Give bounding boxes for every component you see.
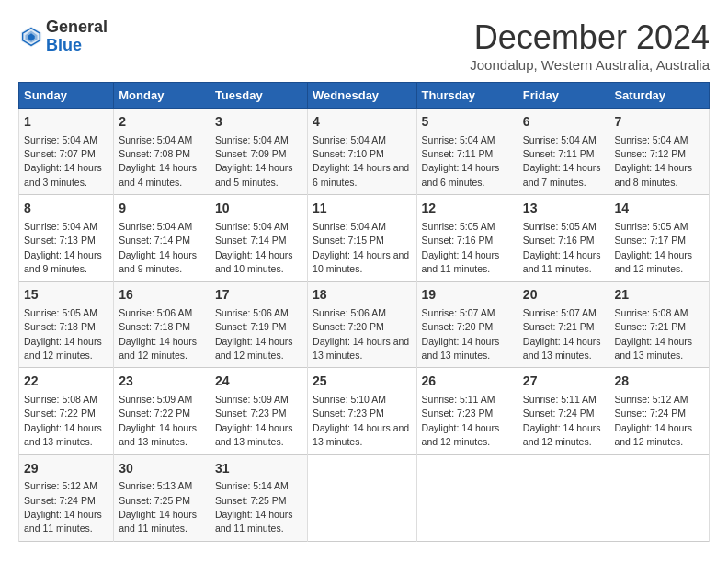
sunrise-info: Sunrise: 5:05 AM [422, 221, 495, 232]
sunset-info: Sunset: 7:24 PM [614, 408, 686, 419]
day-number: 2 [119, 113, 205, 132]
calendar-cell: 22Sunrise: 5:08 AMSunset: 7:22 PMDayligh… [19, 368, 114, 454]
sunrise-info: Sunrise: 5:04 AM [24, 221, 97, 232]
calendar-week-row: 29Sunrise: 5:12 AMSunset: 7:24 PMDayligh… [19, 454, 710, 541]
logo-name-blue: Blue [46, 36, 82, 54]
sunrise-info: Sunrise: 5:13 AM [119, 480, 192, 491]
daylight-info: Daylight: 14 hours and 12 minutes. [614, 422, 692, 447]
calendar-cell [609, 454, 710, 541]
daylight-info: Daylight: 14 hours and 13 minutes. [215, 422, 293, 447]
daylight-info: Daylight: 14 hours and 12 minutes. [119, 336, 197, 361]
calendar-cell [416, 454, 518, 541]
logo-name-general: General [46, 17, 108, 36]
sunrise-info: Sunrise: 5:09 AM [119, 394, 192, 405]
daylight-info: Daylight: 14 hours and 13 minutes. [523, 336, 601, 361]
sunrise-info: Sunrise: 5:04 AM [119, 221, 192, 232]
sunset-info: Sunset: 7:23 PM [215, 408, 287, 419]
day-number: 17 [215, 286, 302, 304]
location-title: Joondalup, Western Australia, Australia [470, 57, 710, 73]
calendar-cell: 29Sunrise: 5:12 AMSunset: 7:24 PMDayligh… [19, 454, 114, 541]
sunset-info: Sunset: 7:21 PM [523, 321, 595, 332]
day-number: 5 [422, 113, 513, 132]
title-area: December 2024 Joondalup, Western Austral… [470, 18, 710, 73]
calendar-cell: 8Sunrise: 5:04 AMSunset: 7:13 PMDaylight… [19, 195, 114, 282]
day-number: 10 [215, 200, 302, 218]
sunset-info: Sunset: 7:14 PM [215, 235, 287, 246]
day-number: 27 [523, 373, 605, 391]
day-number: 3 [215, 113, 302, 132]
sunrise-info: Sunrise: 5:12 AM [614, 394, 688, 405]
day-number: 16 [119, 286, 205, 304]
calendar-cell: 26Sunrise: 5:11 AMSunset: 7:23 PMDayligh… [416, 368, 518, 454]
calendar-cell: 10Sunrise: 5:04 AMSunset: 7:14 PMDayligh… [210, 195, 307, 282]
sunrise-info: Sunrise: 5:04 AM [215, 134, 289, 145]
sunset-info: Sunset: 7:07 PM [24, 148, 96, 159]
sunrise-info: Sunrise: 5:08 AM [24, 394, 97, 405]
calendar-cell: 3Sunrise: 5:04 AMSunset: 7:09 PMDaylight… [210, 109, 307, 195]
day-number: 19 [422, 286, 513, 304]
sunset-info: Sunset: 7:23 PM [422, 408, 494, 419]
daylight-info: Daylight: 14 hours and 12 minutes. [422, 422, 500, 447]
sunrise-info: Sunrise: 5:06 AM [119, 307, 192, 318]
daylight-info: Daylight: 14 hours and 11 minutes. [119, 509, 197, 534]
calendar-cell: 18Sunrise: 5:06 AMSunset: 7:20 PMDayligh… [308, 282, 416, 368]
calendar-cell: 14Sunrise: 5:05 AMSunset: 7:17 PMDayligh… [609, 195, 710, 282]
calendar-header-row: Sunday Monday Tuesday Wednesday Thursday… [19, 83, 710, 109]
col-sunday: Sunday [19, 83, 114, 109]
day-number: 26 [422, 373, 513, 391]
day-number: 22 [24, 373, 108, 391]
sunset-info: Sunset: 7:23 PM [313, 408, 384, 419]
sunrise-info: Sunrise: 5:06 AM [313, 307, 386, 318]
sunrise-info: Sunrise: 5:04 AM [422, 134, 495, 145]
daylight-info: Daylight: 14 hours and 3 minutes. [24, 162, 102, 187]
daylight-info: Daylight: 14 hours and 6 minutes. [422, 162, 500, 187]
calendar-cell: 6Sunrise: 5:04 AMSunset: 7:11 PMDaylight… [518, 109, 609, 195]
sunrise-info: Sunrise: 5:04 AM [24, 134, 97, 145]
sunrise-info: Sunrise: 5:11 AM [523, 394, 597, 405]
sunrise-info: Sunrise: 5:05 AM [614, 221, 688, 232]
daylight-info: Daylight: 14 hours and 11 minutes. [422, 249, 500, 274]
sunset-info: Sunset: 7:20 PM [422, 321, 494, 332]
day-number: 12 [422, 200, 513, 218]
calendar-cell: 25Sunrise: 5:10 AMSunset: 7:23 PMDayligh… [308, 368, 416, 454]
sunset-info: Sunset: 7:18 PM [119, 321, 190, 332]
calendar-cell: 7Sunrise: 5:04 AMSunset: 7:12 PMDaylight… [609, 109, 710, 195]
sunset-info: Sunset: 7:19 PM [215, 321, 287, 332]
calendar-cell: 21Sunrise: 5:08 AMSunset: 7:21 PMDayligh… [609, 282, 710, 368]
daylight-info: Daylight: 14 hours and 9 minutes. [119, 249, 197, 274]
sunrise-info: Sunrise: 5:07 AM [523, 307, 597, 318]
sunset-info: Sunset: 7:11 PM [523, 148, 595, 159]
day-number: 21 [614, 286, 704, 304]
calendar-week-row: 8Sunrise: 5:04 AMSunset: 7:13 PMDaylight… [19, 195, 710, 282]
day-number: 24 [215, 373, 302, 391]
sunset-info: Sunset: 7:16 PM [422, 235, 494, 246]
col-saturday: Saturday [609, 83, 710, 109]
col-friday: Friday [518, 83, 609, 109]
sunset-info: Sunset: 7:21 PM [614, 321, 686, 332]
calendar-week-row: 22Sunrise: 5:08 AMSunset: 7:22 PMDayligh… [19, 368, 710, 454]
daylight-info: Daylight: 14 hours and 5 minutes. [215, 162, 293, 187]
day-number: 23 [119, 373, 205, 391]
sunrise-info: Sunrise: 5:06 AM [215, 307, 289, 318]
daylight-info: Daylight: 14 hours and 6 minutes. [313, 162, 409, 187]
calendar-cell: 12Sunrise: 5:05 AMSunset: 7:16 PMDayligh… [416, 195, 518, 282]
sunset-info: Sunset: 7:22 PM [24, 408, 96, 419]
col-wednesday: Wednesday [308, 83, 416, 109]
sunrise-info: Sunrise: 5:04 AM [614, 134, 688, 145]
sunset-info: Sunset: 7:25 PM [215, 495, 287, 506]
calendar-cell: 2Sunrise: 5:04 AMSunset: 7:08 PMDaylight… [114, 109, 210, 195]
col-thursday: Thursday [416, 83, 518, 109]
sunset-info: Sunset: 7:20 PM [313, 321, 384, 332]
sunset-info: Sunset: 7:24 PM [523, 408, 595, 419]
calendar-cell: 24Sunrise: 5:09 AMSunset: 7:23 PMDayligh… [210, 368, 307, 454]
day-number: 31 [215, 460, 302, 478]
col-monday: Monday [114, 83, 210, 109]
sunset-info: Sunset: 7:15 PM [313, 235, 384, 246]
calendar-cell [308, 454, 416, 541]
calendar-cell: 9Sunrise: 5:04 AMSunset: 7:14 PMDaylight… [114, 195, 210, 282]
sunrise-info: Sunrise: 5:04 AM [313, 221, 386, 232]
sunset-info: Sunset: 7:10 PM [313, 148, 384, 159]
logo: General Blue [18, 18, 108, 55]
sunrise-info: Sunrise: 5:04 AM [313, 134, 386, 145]
daylight-info: Daylight: 14 hours and 12 minutes. [523, 422, 601, 447]
